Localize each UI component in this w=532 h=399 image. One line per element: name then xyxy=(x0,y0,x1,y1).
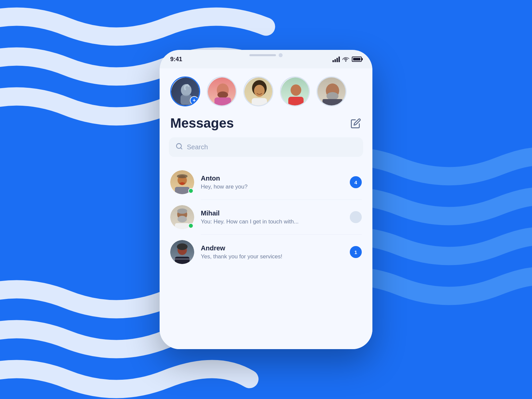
search-placeholder: Search xyxy=(187,143,208,151)
svg-rect-41 xyxy=(170,258,194,260)
wifi-icon xyxy=(342,57,349,62)
msg-preview-andrew: Yes, thank you for your services! xyxy=(201,253,321,260)
online-indicator-anton xyxy=(188,188,194,194)
svg-point-33 xyxy=(177,208,187,214)
story-avatar-5[interactable] xyxy=(317,76,346,106)
svg-rect-13 xyxy=(252,98,267,106)
avatar-mihail xyxy=(170,205,194,229)
svg-point-27 xyxy=(180,182,185,185)
status-icons xyxy=(332,57,362,62)
msg-badge-mihail xyxy=(350,211,362,223)
svg-point-39 xyxy=(177,243,188,250)
msg-badge-anton: 4 xyxy=(350,176,362,188)
messages-header: Messages xyxy=(160,113,372,137)
svg-rect-28 xyxy=(175,187,190,194)
svg-point-16 xyxy=(291,84,301,96)
svg-rect-35 xyxy=(175,223,190,229)
svg-point-29 xyxy=(177,174,188,178)
svg-rect-40 xyxy=(175,257,190,264)
compose-button[interactable] xyxy=(350,117,362,129)
notch-sensor xyxy=(279,53,283,57)
svg-rect-22 xyxy=(323,99,342,106)
status-time: 9:41 xyxy=(170,56,182,63)
phone-mockup: 9:41 xyxy=(160,50,372,349)
msg-content-anton: Anton Hey, how are you? xyxy=(201,175,343,190)
story-avatar-1[interactable]: + xyxy=(170,76,200,106)
msg-name-andrew: Andrew xyxy=(201,244,343,252)
svg-point-7 xyxy=(217,91,228,98)
svg-rect-17 xyxy=(288,97,304,106)
msg-name-mihail: Mihail xyxy=(201,209,343,217)
msg-badge-andrew: 1 xyxy=(350,246,362,258)
message-item-andrew[interactable]: Andrew Yes, thank you for your services!… xyxy=(160,235,372,269)
signal-icon xyxy=(332,57,340,62)
search-bar[interactable]: Search xyxy=(169,137,363,157)
messages-title: Messages xyxy=(170,116,234,131)
avatar-andrew xyxy=(170,240,194,264)
avatar-anton xyxy=(170,170,194,194)
svg-point-21 xyxy=(327,92,338,100)
story-avatar-3[interactable] xyxy=(243,76,273,106)
phone-notch xyxy=(233,50,299,61)
notch-bar xyxy=(249,54,276,56)
message-item-mihail[interactable]: Mihail You: Hey. How can I get in touch … xyxy=(160,200,372,234)
svg-point-34 xyxy=(178,216,187,222)
story-avatar-2[interactable] xyxy=(207,76,237,106)
msg-content-andrew: Andrew Yes, thank you for your services! xyxy=(201,244,343,260)
svg-rect-8 xyxy=(214,97,231,106)
phone-content: + xyxy=(160,68,372,349)
online-indicator-mihail xyxy=(188,223,194,228)
msg-preview-anton: Hey, how are you? xyxy=(201,184,321,190)
story-avatar-4[interactable] xyxy=(280,76,310,106)
add-story-button[interactable]: + xyxy=(190,96,199,105)
svg-point-12 xyxy=(254,85,265,97)
message-list: Anton Hey, how are you? 4 xyxy=(160,160,372,275)
msg-preview-mihail: You: Hey. How can I get in touch with... xyxy=(201,218,321,225)
message-item-anton[interactable]: Anton Hey, how are you? 4 xyxy=(160,165,372,200)
msg-content-mihail: Mihail You: Hey. How can I get in touch … xyxy=(201,209,343,225)
search-icon xyxy=(176,143,183,152)
msg-name-anton: Anton xyxy=(201,175,343,182)
stories-row: + xyxy=(160,68,372,113)
battery-icon xyxy=(352,57,362,62)
